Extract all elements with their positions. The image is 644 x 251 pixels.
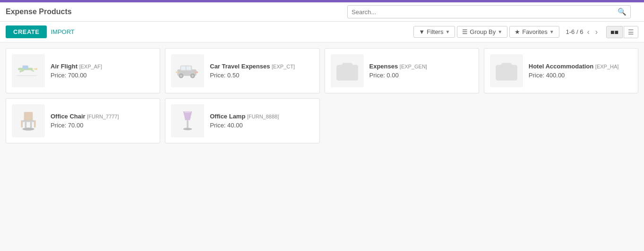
groupby-arrow-icon: ▼ — [498, 29, 502, 34]
svg-rect-26 — [187, 120, 189, 129]
svg-point-11 — [180, 75, 182, 77]
product-code: [EXP_AF] — [79, 64, 102, 69]
next-page-button[interactable]: › — [593, 27, 600, 37]
favorites-arrow-icon: ▼ — [550, 29, 554, 34]
product-image — [490, 54, 523, 87]
toolbar: CREATE IMPORT ▼ Filters ▼ ☰ Group By ▼ ★… — [0, 22, 644, 42]
svg-point-27 — [183, 128, 192, 130]
product-price: Price: 700.00 — [51, 72, 102, 79]
svg-rect-21 — [30, 122, 32, 128]
product-grid: Air Flight [EXP_AF] Price: 700.00 Car Tr… — [6, 48, 638, 143]
favorites-star-icon: ★ — [515, 28, 520, 35]
pagination-text: 1-6 / 6 — [566, 28, 584, 35]
list-view-button[interactable]: ☰ — [624, 26, 638, 38]
svg-rect-14 — [176, 71, 178, 73]
product-card[interactable]: Expenses [EXP_GEN] Price: 0.00 — [325, 48, 479, 93]
product-price: Price: 0.50 — [210, 72, 295, 79]
grid-view-button[interactable]: ■■ — [606, 26, 623, 38]
product-image — [12, 104, 45, 137]
product-price: Price: 0.00 — [369, 72, 427, 79]
filters-arrow-icon: ▼ — [445, 29, 450, 34]
product-name: Office Chair [FURN_7777] — [51, 113, 119, 120]
product-info: Hotel Accommodation [EXP_HA] Price: 400.… — [529, 63, 619, 79]
header: Expense Products 🔍 — [0, 2, 644, 22]
filters-button[interactable]: ▼ Filters ▼ — [413, 26, 455, 38]
product-code: [EXP_HA] — [595, 64, 619, 69]
svg-point-13 — [191, 75, 194, 77]
filter-icon: ▼ — [419, 28, 425, 35]
favorites-button[interactable]: ★ Favorites ▼ — [509, 26, 559, 38]
toolbar-controls: ▼ Filters ▼ ☰ Group By ▼ ★ Favorites ▼ 1… — [413, 26, 638, 38]
product-info: Air Flight [EXP_AF] Price: 700.00 — [51, 63, 102, 79]
product-name: Air Flight [EXP_AF] — [51, 63, 102, 70]
product-image — [171, 54, 204, 87]
product-info: Expenses [EXP_GEN] Price: 0.00 — [369, 63, 427, 79]
view-toggle: ■■ ☰ — [606, 26, 638, 38]
groupby-label: Group By — [470, 28, 496, 35]
prev-page-button[interactable]: ‹ — [585, 27, 591, 37]
product-price: Price: 70.00 — [51, 122, 119, 129]
product-info: Office Lamp [FURN_8888] Price: 40.00 — [210, 113, 279, 129]
search-bar[interactable]: 🔍 — [347, 5, 631, 18]
favorites-label: Favorites — [522, 28, 547, 35]
product-name: Car Travel Expenses [EXP_CT] — [210, 63, 295, 70]
import-button[interactable]: IMPORT — [51, 28, 74, 35]
svg-rect-2 — [23, 66, 29, 69]
create-button[interactable]: CREATE — [6, 25, 47, 38]
svg-rect-4 — [31, 70, 34, 72]
product-name: Hotel Accommodation [EXP_HA] — [529, 63, 619, 70]
product-code: [EXP_GEN] — [400, 64, 427, 69]
product-name: Expenses [EXP_GEN] — [369, 63, 427, 70]
svg-rect-9 — [187, 67, 191, 70]
svg-rect-8 — [181, 67, 186, 70]
product-card[interactable]: Office Chair [FURN_7777] Price: 70.00 — [6, 98, 160, 143]
svg-rect-18 — [24, 112, 33, 121]
svg-marker-1 — [33, 68, 37, 70]
product-name: Office Lamp [FURN_8888] — [210, 113, 279, 120]
product-price: Price: 40.00 — [210, 122, 279, 129]
product-info: Car Travel Expenses [EXP_CT] Price: 0.50 — [210, 63, 295, 79]
groupby-button[interactable]: ☰ Group By ▼ — [457, 26, 507, 38]
svg-point-28 — [184, 111, 191, 113]
product-image — [171, 104, 204, 137]
svg-point-17 — [511, 67, 514, 70]
svg-rect-23 — [21, 120, 23, 128]
groupby-icon: ☰ — [462, 28, 468, 35]
filters-label: Filters — [427, 28, 443, 35]
product-card[interactable]: Office Lamp [FURN_8888] Price: 40.00 — [165, 98, 319, 143]
search-icon: 🔍 — [618, 8, 627, 16]
main-content: Air Flight [EXP_AF] Price: 700.00 Car Tr… — [0, 42, 644, 149]
product-card[interactable]: Hotel Accommodation [EXP_HA] Price: 400.… — [484, 48, 638, 93]
product-code: [FURN_8888] — [247, 114, 279, 119]
svg-rect-5 — [17, 75, 37, 76]
svg-rect-19 — [23, 120, 34, 122]
product-card[interactable]: Air Flight [EXP_AF] Price: 700.00 — [6, 48, 160, 93]
product-info: Office Chair [FURN_7777] Price: 70.00 — [51, 113, 119, 129]
svg-rect-15 — [195, 71, 198, 73]
product-price: Price: 400.00 — [529, 72, 619, 79]
page-title: Expense Products — [6, 8, 72, 16]
product-code: [FURN_7777] — [87, 114, 119, 119]
svg-rect-24 — [34, 120, 36, 128]
product-image — [12, 54, 45, 87]
svg-rect-20 — [25, 122, 27, 128]
product-card[interactable]: Car Travel Expenses [EXP_CT] Price: 0.50 — [165, 48, 319, 93]
pagination: 1-6 / 6 ‹ › — [566, 27, 600, 37]
product-image — [331, 54, 364, 87]
svg-point-22 — [23, 127, 34, 130]
svg-point-16 — [352, 67, 355, 70]
search-input[interactable] — [352, 8, 618, 16]
product-code: [EXP_CT] — [272, 64, 295, 69]
